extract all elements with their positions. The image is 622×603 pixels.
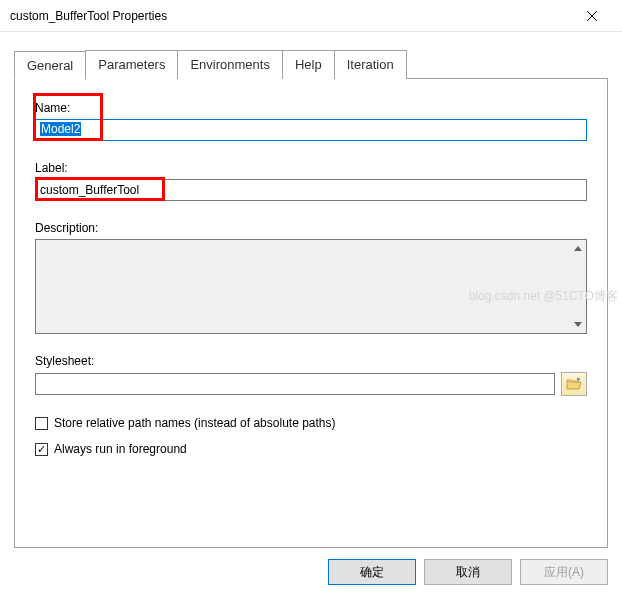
dialog-buttons: 确定 取消 应用(A) [0, 549, 622, 585]
stylesheet-input[interactable] [35, 373, 555, 395]
general-panel: Name: Model2 Label: Description: Stylesh… [14, 78, 608, 548]
apply-button: 应用(A) [520, 559, 608, 585]
tab-parameters[interactable]: Parameters [85, 50, 178, 79]
label-input[interactable] [35, 179, 587, 201]
close-icon [587, 11, 597, 21]
watermark-text: blog.csdn.net @51CTO博客 [469, 288, 618, 305]
cancel-button[interactable]: 取消 [424, 559, 512, 585]
ok-button[interactable]: 确定 [328, 559, 416, 585]
tab-bar: General Parameters Environments Help Ite… [14, 50, 622, 79]
relative-paths-checkbox[interactable] [35, 417, 48, 430]
relative-paths-label: Store relative path names (instead of ab… [54, 416, 336, 430]
name-input[interactable]: Model2 [35, 119, 587, 141]
scroll-down-icon[interactable] [569, 316, 586, 333]
description-scrollbar[interactable] [569, 240, 586, 333]
foreground-label: Always run in foreground [54, 442, 187, 456]
stylesheet-label: Stylesheet: [35, 354, 587, 368]
tab-environments[interactable]: Environments [177, 50, 282, 79]
name-label: Name: [35, 101, 587, 115]
label-label: Label: [35, 161, 587, 175]
tab-help[interactable]: Help [282, 50, 335, 79]
checkmark-icon: ✓ [37, 444, 46, 455]
close-button[interactable] [569, 2, 614, 30]
folder-open-icon [566, 377, 582, 391]
tab-iteration[interactable]: Iteration [334, 50, 407, 79]
scroll-up-icon[interactable] [569, 240, 586, 257]
description-label: Description: [35, 221, 587, 235]
window-title: custom_BufferTool Properties [10, 9, 569, 23]
tab-general[interactable]: General [14, 51, 86, 80]
browse-button[interactable] [561, 372, 587, 396]
foreground-checkbox[interactable]: ✓ [35, 443, 48, 456]
description-textarea[interactable] [35, 239, 587, 334]
